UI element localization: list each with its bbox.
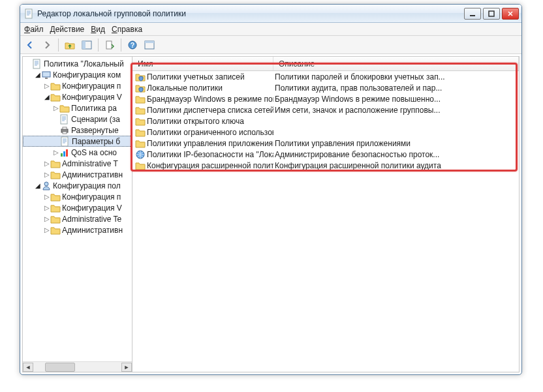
tree-item-icon — [50, 225, 61, 235]
tree-item[interactable]: Политика "Локальный — [23, 58, 132, 69]
row-icon — [135, 149, 146, 160]
main-window: Редактор локальной групповой политики Фа… — [20, 4, 522, 375]
tree-item[interactable]: ◢Конфигурация ком — [23, 69, 132, 80]
tree-item[interactable]: ◢Конфигурация V — [23, 91, 132, 102]
column-name[interactable]: Имя — [132, 57, 273, 70]
properties-button[interactable] — [142, 38, 157, 52]
collapse-icon[interactable]: ◢ — [35, 182, 41, 189]
row-name: Локальные политики — [147, 83, 223, 93]
tree-item[interactable]: ▷Административн — [23, 169, 132, 180]
window-title: Редактор локальной групповой политики — [37, 9, 464, 18]
tree-item[interactable]: ▷Политика ра — [23, 102, 132, 113]
svg-rect-18 — [489, 11, 494, 16]
collapse-icon[interactable]: ◢ — [44, 93, 50, 100]
tree-item-label: Политика "Локальный — [44, 59, 124, 68]
export-button[interactable] — [102, 38, 117, 52]
list-row[interactable]: Конфигурация расширенной политик...Конфи… — [132, 160, 519, 171]
row-desc: Конфигурация расширенной политики аудита — [275, 161, 441, 170]
expand-icon[interactable]: ▷ — [44, 82, 50, 89]
close-button[interactable] — [502, 8, 519, 20]
tree-item-label: Конфигурация п — [62, 192, 121, 202]
tree-item-label: Политика ра — [71, 104, 117, 113]
titlebar[interactable]: Редактор локальной групповой политики — [20, 5, 521, 23]
scroll-left-button[interactable]: ◄ — [23, 363, 33, 372]
tree-item-icon — [59, 114, 70, 125]
row-name: Политики учетных записей — [147, 72, 245, 82]
row-icon — [135, 83, 146, 93]
menubar: Файл Действие Вид Справка — [20, 23, 521, 36]
row-name: Политики диспетчера списка сетей — [147, 106, 273, 115]
tree-item[interactable]: ◢Конфигурация пол — [23, 180, 132, 191]
list-row[interactable]: Политики управления приложениямиПолитики… — [132, 138, 519, 149]
menu-view[interactable]: Вид — [91, 25, 105, 34]
expand-icon[interactable]: ▷ — [44, 193, 50, 200]
tree-item-label: Конфигурация V — [62, 204, 122, 213]
help-button[interactable] — [125, 38, 140, 52]
tree-item[interactable]: ▷Административн — [23, 224, 132, 235]
row-name: Конфигурация расширенной политик... — [147, 161, 273, 170]
row-icon — [135, 72, 146, 82]
forward-button[interactable] — [40, 38, 54, 52]
expand-icon[interactable]: ▷ — [44, 160, 50, 167]
tree-item-label: Конфигурация ком — [53, 70, 121, 80]
tree-item[interactable]: ▷Конфигурация п — [23, 80, 132, 91]
row-icon — [135, 138, 146, 149]
column-desc[interactable]: Описание — [273, 57, 519, 70]
row-name: Политики открытого ключа — [147, 117, 244, 126]
tree-pane[interactable]: Политика "Локальный◢Конфигурация ком▷Кон… — [23, 57, 132, 372]
tree-item-icon — [50, 214, 61, 224]
row-name: Брандмауэр Windows в режиме повы... — [147, 95, 273, 104]
list-row[interactable]: Политики диспетчера списка сетейИмя сети… — [132, 104, 519, 115]
tree-item[interactable]: Сценарии (за — [23, 113, 132, 125]
tree-item-icon — [60, 136, 70, 147]
show-tree-button[interactable] — [80, 38, 94, 52]
tree-item[interactable]: ▷Administrative T — [23, 158, 132, 169]
list-row[interactable]: Политики учетных записейПолитики паролей… — [132, 71, 519, 82]
expand-icon[interactable]: ▷ — [44, 204, 50, 211]
row-icon — [135, 105, 146, 115]
tree-item-label: Конфигурация V — [62, 93, 122, 102]
menu-help[interactable]: Справка — [112, 25, 142, 34]
tree-item-label: Конфигурация п — [62, 82, 121, 91]
row-icon — [135, 127, 146, 138]
list-row[interactable]: Политики IP-безопасности на "Локаль...Ад… — [132, 149, 519, 160]
tree-item[interactable]: ▷Конфигурация V — [23, 202, 132, 213]
expand-icon[interactable]: ▷ — [44, 171, 50, 178]
list-row[interactable]: Брандмауэр Windows в режиме повы...Бранд… — [132, 93, 519, 104]
tree-item-icon — [41, 181, 52, 191]
tree-item[interactable]: ▷Конфигурация п — [23, 191, 132, 202]
list-pane[interactable]: Имя Описание Политики учетных записейПол… — [132, 57, 519, 372]
expand-icon[interactable]: ▷ — [53, 149, 59, 156]
row-desc: Имя сети, значок и расположение групповы… — [275, 106, 441, 115]
maximize-button[interactable] — [483, 8, 500, 20]
tree-item-label: Административн — [62, 170, 123, 179]
expand-icon[interactable]: ▷ — [53, 104, 59, 112]
tree-item-label: Administrative T — [62, 159, 118, 168]
scroll-track[interactable] — [33, 363, 121, 372]
expand-icon[interactable]: ▷ — [44, 226, 50, 234]
tree-item-icon — [59, 103, 70, 113]
tree-h-scrollbar[interactable]: ◄ ► — [23, 361, 132, 372]
menu-action[interactable]: Действие — [50, 25, 85, 34]
tree-item[interactable]: Развернутые — [23, 125, 132, 136]
collapse-icon[interactable]: ◢ — [35, 71, 41, 78]
list-row[interactable]: Политики ограниченного использован... — [132, 127, 519, 138]
expand-icon[interactable]: ▷ — [44, 215, 50, 222]
scroll-right-button[interactable]: ► — [121, 363, 132, 372]
back-button[interactable] — [23, 38, 37, 52]
body: Политика "Локальный◢Конфигурация ком▷Кон… — [22, 56, 520, 372]
scroll-thumb[interactable] — [45, 363, 75, 372]
up-button[interactable] — [63, 38, 77, 52]
tree-item-icon — [59, 147, 70, 158]
tree-item-icon — [59, 125, 70, 136]
menu-file[interactable]: Файл — [24, 25, 44, 34]
list-row[interactable]: Локальные политикиПолитики аудита, прав … — [132, 82, 519, 93]
tree-item-icon — [50, 170, 61, 180]
list-row[interactable]: Политики открытого ключа — [132, 115, 519, 127]
tree-item-icon — [41, 70, 52, 80]
tree-item[interactable]: Параметры б — [23, 136, 132, 147]
tree-item-icon — [50, 81, 61, 91]
tree-item[interactable]: ▷QoS на осно — [23, 147, 132, 158]
tree-item[interactable]: ▷Administrative Te — [23, 213, 132, 224]
minimize-button[interactable] — [464, 8, 481, 20]
